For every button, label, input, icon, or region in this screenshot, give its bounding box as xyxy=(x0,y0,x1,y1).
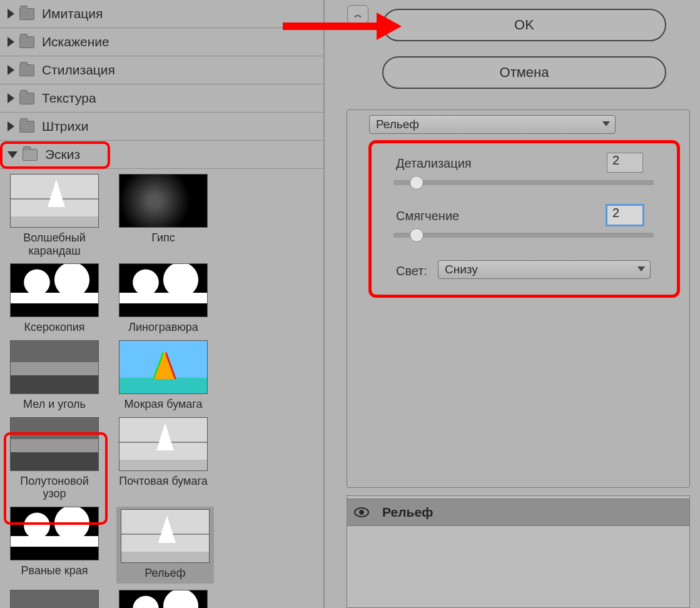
thumb-caption: Рваные края xyxy=(21,564,88,577)
light-select[interactable]: Снизу xyxy=(438,260,651,279)
thumb-preview xyxy=(10,263,99,317)
filter-thumb-6[interactable]: Полутоновой узор xyxy=(8,417,101,500)
folder-icon xyxy=(19,36,34,48)
folder-icon xyxy=(19,64,34,76)
chevron-down-icon xyxy=(637,266,645,271)
thumb-caption: Линогравюра xyxy=(128,321,198,334)
thumb-preview xyxy=(119,417,208,471)
folder-icon xyxy=(23,149,38,161)
thumb-preview xyxy=(10,340,99,394)
folder-row-2[interactable]: Стилизация xyxy=(0,56,323,84)
filter-tree-panel: ИмитацияИскажениеСтилизацияТекстураШтрих… xyxy=(0,0,325,608)
thumb-preview xyxy=(10,417,99,471)
thumb-caption: Мокрая бумага xyxy=(124,398,202,411)
filter-thumb-0[interactable]: Волшебный карандаш xyxy=(8,174,101,257)
chevron-down-icon xyxy=(602,121,610,126)
filter-thumb-9[interactable]: Рельеф xyxy=(116,507,214,584)
filter-thumb-4[interactable]: Мел и уголь xyxy=(8,340,101,411)
thumb-preview xyxy=(119,590,208,608)
cancel-button[interactable]: Отмена xyxy=(382,56,666,89)
soft-input[interactable]: 2 xyxy=(607,205,643,225)
thumb-caption: Мел и уголь xyxy=(23,398,86,411)
visibility-toggle[interactable] xyxy=(347,507,376,518)
detail-slider[interactable] xyxy=(393,180,654,185)
disclosure-triangle-icon xyxy=(8,93,14,103)
filter-thumb-10[interactable]: Ретикуляция xyxy=(8,590,101,608)
folder-label: Имитация xyxy=(42,6,103,21)
thumb-preview xyxy=(10,174,99,228)
layer-name: Рельеф xyxy=(376,505,689,520)
ok-button[interactable]: OK xyxy=(382,9,666,41)
folder-label: Текстура xyxy=(42,91,96,106)
thumb-caption: Рельеф xyxy=(145,567,185,580)
ok-label: OK xyxy=(514,17,534,33)
detail-label: Детализация xyxy=(396,156,472,171)
detail-input[interactable]: 2 xyxy=(607,153,643,173)
soft-slider[interactable] xyxy=(393,233,654,238)
light-label: Свет: xyxy=(396,264,427,278)
thumb-preview xyxy=(119,340,208,394)
thumb-preview xyxy=(119,263,208,317)
filter-settings-panel: Рельеф Детализация 2 Смягчение 2 Свет: С… xyxy=(347,109,690,488)
double-chevron-up-icon: ︽ xyxy=(354,9,362,20)
thumb-caption: Почтовая бумага xyxy=(119,475,207,488)
folder-row-3[interactable]: Текстура xyxy=(0,84,323,113)
filter-select-value: Рельеф xyxy=(376,118,419,131)
filter-thumb-7[interactable]: Почтовая бумага xyxy=(116,417,210,500)
folder-label: Искажение xyxy=(42,34,109,49)
folder-label: Эскиз xyxy=(45,147,80,162)
folder-row-0[interactable]: Имитация xyxy=(0,0,323,28)
thumb-preview xyxy=(10,590,99,608)
thumb-preview xyxy=(121,509,210,563)
folder-icon xyxy=(19,8,34,20)
thumb-caption: Гипс xyxy=(151,231,175,245)
disclosure-triangle-icon xyxy=(8,151,18,158)
folder-row-4[interactable]: Штрихи xyxy=(0,113,323,141)
folder-row-1[interactable]: Искажение xyxy=(0,28,323,56)
effect-layers-list: Рельеф xyxy=(347,495,690,608)
filter-thumb-2[interactable]: Ксерокопия xyxy=(8,263,101,334)
light-select-value: Снизу xyxy=(445,263,478,276)
soft-label: Смягчение xyxy=(396,209,459,223)
folder-label: Стилизация xyxy=(42,63,115,78)
svg-point-1 xyxy=(359,510,364,515)
disclosure-triangle-icon xyxy=(8,121,14,131)
thumb-caption: Полутоновой узор xyxy=(8,475,101,500)
cancel-label: Отмена xyxy=(500,64,549,81)
folder-icon xyxy=(19,121,34,133)
folder-row-5[interactable]: Эскиз xyxy=(0,141,323,169)
filter-thumb-3[interactable]: Линогравюра xyxy=(116,263,210,334)
filter-thumb-5[interactable]: Мокрая бумага xyxy=(116,340,210,411)
thumb-caption: Волшебный карандаш xyxy=(8,231,101,257)
disclosure-triangle-icon xyxy=(8,9,14,19)
thumb-preview xyxy=(119,174,208,228)
thumb-caption: Ксерокопия xyxy=(24,321,84,334)
disclosure-triangle-icon xyxy=(8,37,14,47)
filter-thumb-11[interactable]: Тушь xyxy=(116,590,210,608)
filter-select[interactable]: Рельеф xyxy=(369,115,616,134)
slider-thumb-icon[interactable] xyxy=(410,228,424,242)
filter-thumb-1[interactable]: Гипс xyxy=(116,174,210,257)
disclosure-triangle-icon xyxy=(8,65,14,75)
slider-thumb-icon[interactable] xyxy=(410,176,424,190)
collapse-panel-button[interactable]: ︽ xyxy=(347,5,368,24)
folder-label: Штрихи xyxy=(42,119,89,134)
filter-thumb-8[interactable]: Рваные края xyxy=(8,507,101,584)
thumb-preview xyxy=(10,507,99,560)
layer-row[interactable]: Рельеф xyxy=(347,499,689,526)
folder-icon xyxy=(19,93,34,104)
thumbnail-grid: Волшебный карандашГипсКсерокопияЛинограв… xyxy=(0,169,323,608)
eye-icon xyxy=(353,507,370,518)
